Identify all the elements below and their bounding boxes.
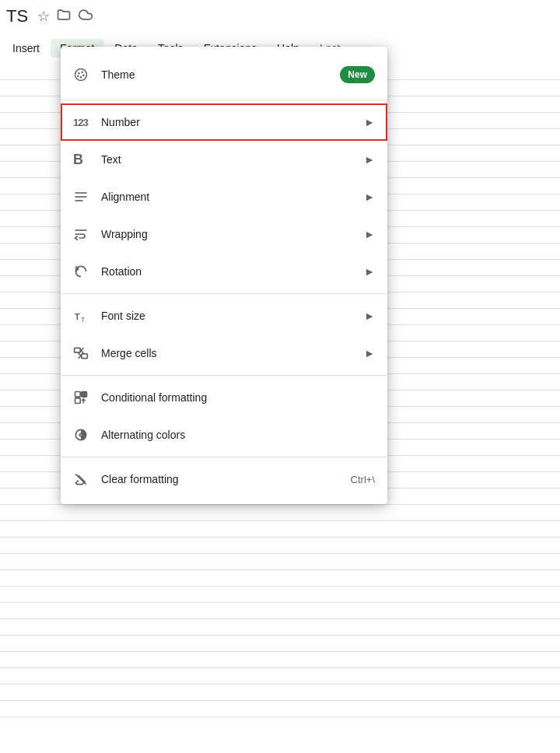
dropdown-overlay: Theme New 123 Number ► B Text ► (0, 0, 560, 753)
bold-icon: B (73, 152, 95, 168)
font-size-arrow: ► (364, 310, 375, 322)
rotation-icon (73, 264, 95, 279)
text-arrow: ► (364, 153, 375, 166)
merge-icon (73, 345, 95, 361)
svg-point-17 (79, 433, 82, 436)
rotation-menu-item[interactable]: Rotation ► (61, 253, 387, 290)
number-label: Number (101, 116, 364, 128)
theme-menu-item[interactable]: Theme New (61, 56, 387, 93)
svg-text:T: T (81, 316, 85, 324)
svg-point-5 (77, 75, 79, 77)
clear-formatting-label: Clear formatting (101, 473, 351, 485)
theme-section: Theme New (61, 53, 387, 96)
clear-formatting-shortcut: Ctrl+\ (351, 474, 375, 485)
number-icon: 123 (73, 117, 95, 128)
alignment-icon (73, 189, 95, 205)
format-dropdown-menu: Theme New 123 Number ► B Text ► (61, 47, 387, 504)
conditional-formatting-menu-item[interactable]: Conditional formatting (61, 379, 387, 416)
svg-text:T: T (75, 311, 80, 321)
number-menu-item[interactable]: 123 Number ► (61, 103, 387, 141)
wrapping-label: Wrapping (101, 228, 364, 240)
clear-formatting-icon (73, 471, 95, 487)
svg-rect-12 (82, 354, 88, 359)
alignment-label: Alignment (101, 191, 364, 203)
conditional-formatting-label: Conditional formatting (101, 391, 375, 404)
rotation-arrow: ► (364, 265, 375, 278)
merge-cells-menu-item[interactable]: Merge cells ► (61, 334, 387, 372)
text-menu-item[interactable]: B Text ► (61, 141, 387, 178)
merge-cells-label: Merge cells (101, 347, 364, 359)
number-arrow: ► (364, 116, 375, 128)
svg-rect-15 (75, 398, 81, 404)
alternating-colors-icon (73, 427, 95, 443)
svg-rect-11 (75, 348, 81, 352)
wrapping-icon (73, 226, 95, 242)
svg-point-3 (82, 75, 85, 77)
alignment-menu-item[interactable]: Alignment ► (61, 178, 387, 215)
clear-formatting-menu-item[interactable]: Clear formatting Ctrl+\ (61, 461, 387, 498)
alignment-arrow: ► (364, 191, 375, 203)
alternating-colors-label: Alternating colors (101, 429, 375, 441)
font-size-icon: T T (73, 308, 95, 324)
divider-2 (61, 293, 387, 294)
rotation-label: Rotation (101, 265, 364, 278)
svg-point-1 (78, 72, 80, 75)
font-size-menu-item[interactable]: T T Font size ► (61, 297, 387, 334)
text-label: Text (101, 153, 364, 166)
svg-rect-13 (75, 392, 81, 398)
font-size-label: Font size (101, 310, 364, 322)
palette-icon (73, 67, 95, 82)
svg-rect-14 (82, 392, 87, 398)
divider-3 (61, 375, 387, 376)
alternating-colors-menu-item[interactable]: Alternating colors (61, 416, 387, 454)
wrapping-menu-item[interactable]: Wrapping ► (61, 215, 387, 253)
svg-point-4 (80, 76, 82, 79)
svg-point-2 (81, 71, 83, 73)
new-badge: New (340, 66, 375, 83)
divider-4 (61, 457, 387, 457)
conditional-icon (73, 390, 95, 405)
svg-point-0 (75, 69, 87, 81)
wrapping-arrow: ► (364, 228, 375, 240)
merge-cells-arrow: ► (364, 347, 375, 359)
divider-1 (61, 100, 387, 100)
theme-label: Theme (101, 68, 340, 81)
